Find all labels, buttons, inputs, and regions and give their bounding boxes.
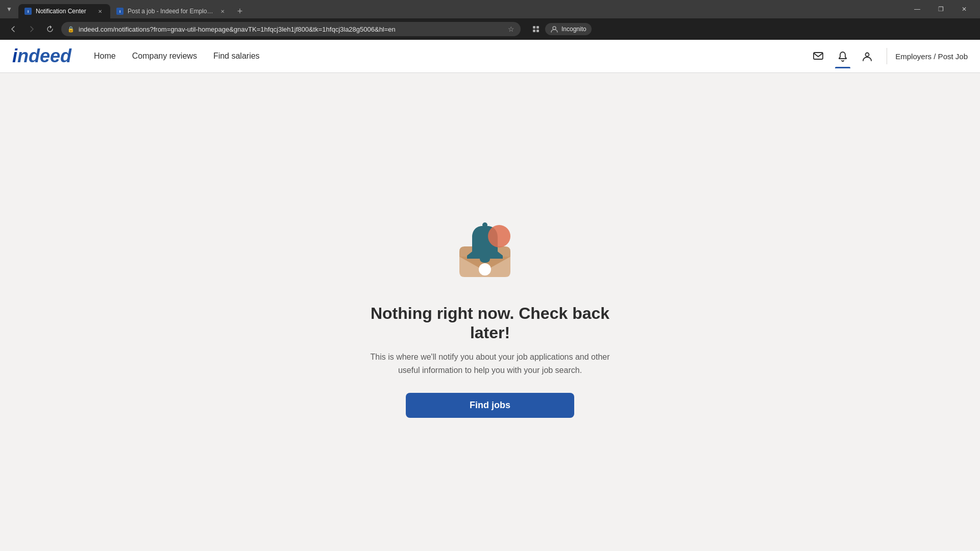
- svg-text:i: i: [28, 9, 29, 14]
- logo-ndeed: ndeed: [17, 45, 71, 67]
- maximize-button[interactable]: ❐: [929, 0, 952, 18]
- svg-point-13: [488, 225, 510, 247]
- tab-2-label: Post a job - Indeed for Employe...: [128, 8, 214, 15]
- svg-text:i: i: [119, 9, 120, 14]
- incognito-label: Incognito: [561, 26, 586, 33]
- svg-rect-6: [533, 30, 535, 32]
- reload-button[interactable]: [43, 22, 57, 36]
- new-tab-button[interactable]: +: [233, 4, 247, 18]
- nav-right: Employers / Post Job: [807, 45, 968, 67]
- tab-bar-inner: i Notification Center ✕ i Post a job - I…: [18, 0, 903, 18]
- extensions-icon[interactable]: [529, 22, 543, 36]
- notifications-button[interactable]: [831, 45, 854, 67]
- window-controls: — ❐ ✕: [905, 0, 976, 18]
- browser-chrome: ▼ i Notification Center ✕: [0, 0, 980, 40]
- tab-1-label: Notification Center: [36, 8, 92, 15]
- empty-state-illustration: [439, 206, 541, 287]
- browser-tab-1[interactable]: i Notification Center ✕: [18, 4, 110, 18]
- forward-button[interactable]: [24, 22, 39, 36]
- profile-button[interactable]: [856, 45, 878, 67]
- website: indeed Home Company reviews Find salarie…: [0, 40, 980, 551]
- find-jobs-button[interactable]: Find jobs: [406, 393, 574, 418]
- notification-empty-state: Nothing right now. Check back later! Thi…: [337, 175, 643, 449]
- incognito-button[interactable]: Incognito: [545, 23, 592, 35]
- tab-list-arrow-icon[interactable]: ▼: [4, 0, 14, 18]
- svg-rect-4: [533, 26, 535, 29]
- address-bar-row: 🔒 indeed.com/notifications?from=gnav-uti…: [0, 18, 980, 40]
- secure-icon: 🔒: [67, 26, 75, 33]
- tab-2-close-icon[interactable]: ✕: [218, 7, 227, 15]
- svg-point-12: [482, 222, 487, 228]
- svg-rect-5: [536, 26, 539, 29]
- nav-company-reviews[interactable]: Company reviews: [126, 47, 203, 65]
- address-bar[interactable]: 🔒 indeed.com/notifications?from=gnav-uti…: [61, 22, 521, 36]
- extension-icons: Incognito: [529, 22, 592, 36]
- logo-i: i: [12, 45, 17, 67]
- bookmark-icon[interactable]: ☆: [508, 25, 514, 33]
- tab-1-favicon: i: [24, 8, 32, 15]
- browser-tab-2[interactable]: i Post a job - Indeed for Employe... ✕: [110, 4, 233, 18]
- tab-2-favicon: i: [116, 8, 124, 15]
- nav-find-salaries[interactable]: Find salaries: [207, 47, 266, 65]
- nav-home[interactable]: Home: [88, 47, 122, 65]
- minimize-button[interactable]: —: [905, 0, 929, 18]
- svg-rect-7: [536, 30, 539, 32]
- svg-point-11: [479, 263, 491, 276]
- svg-point-8: [553, 27, 556, 30]
- main-content: Nothing right now. Check back later! Thi…: [0, 72, 980, 551]
- url-display: indeed.com/notifications?from=gnav-util-…: [79, 26, 504, 33]
- svg-rect-9: [814, 53, 823, 59]
- empty-heading: Nothing right now. Check back later!: [357, 304, 623, 343]
- empty-description: This is where we'll notify you about you…: [362, 350, 618, 377]
- nav-divider: [887, 48, 887, 64]
- messages-button[interactable]: [807, 45, 829, 67]
- navbar: indeed Home Company reviews Find salarie…: [0, 40, 980, 72]
- employers-link[interactable]: Employers / Post Job: [895, 52, 968, 61]
- indeed-logo[interactable]: indeed: [12, 45, 71, 67]
- tab-1-close-icon[interactable]: ✕: [96, 7, 104, 15]
- back-button[interactable]: [6, 22, 20, 36]
- nav-links: Home Company reviews Find salaries: [88, 47, 807, 65]
- tab-bar: ▼ i Notification Center ✕: [0, 0, 980, 18]
- svg-point-10: [866, 53, 869, 57]
- close-button[interactable]: ✕: [952, 0, 976, 18]
